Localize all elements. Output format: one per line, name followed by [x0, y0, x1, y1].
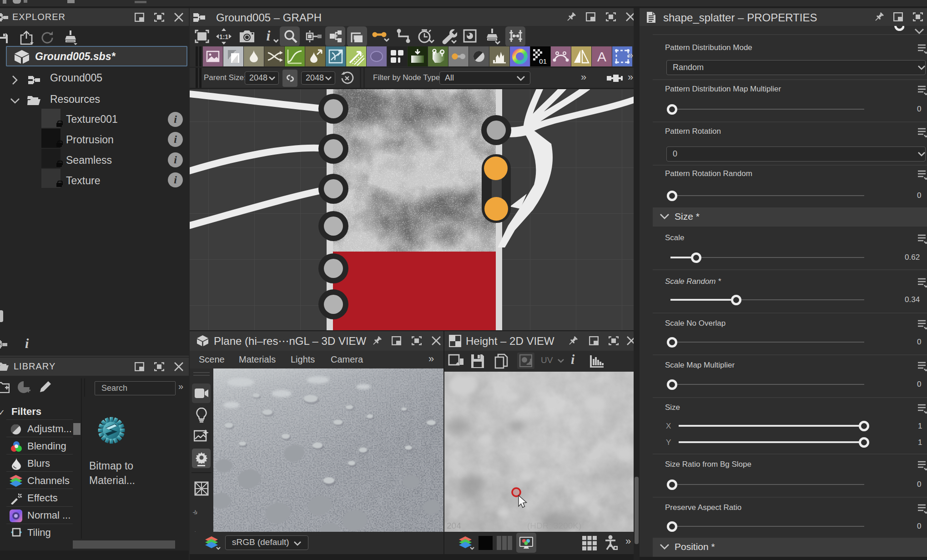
svg-text:204: 204: [447, 521, 461, 530]
svg-text:01: 01: [539, 57, 547, 65]
svg-text:1:1: 1:1: [219, 33, 228, 40]
svg-text:A: A: [597, 49, 606, 64]
svg-text:i: i: [267, 29, 271, 44]
svg-text:(HDR: 3200K): (HDR: 3200K): [527, 521, 581, 530]
